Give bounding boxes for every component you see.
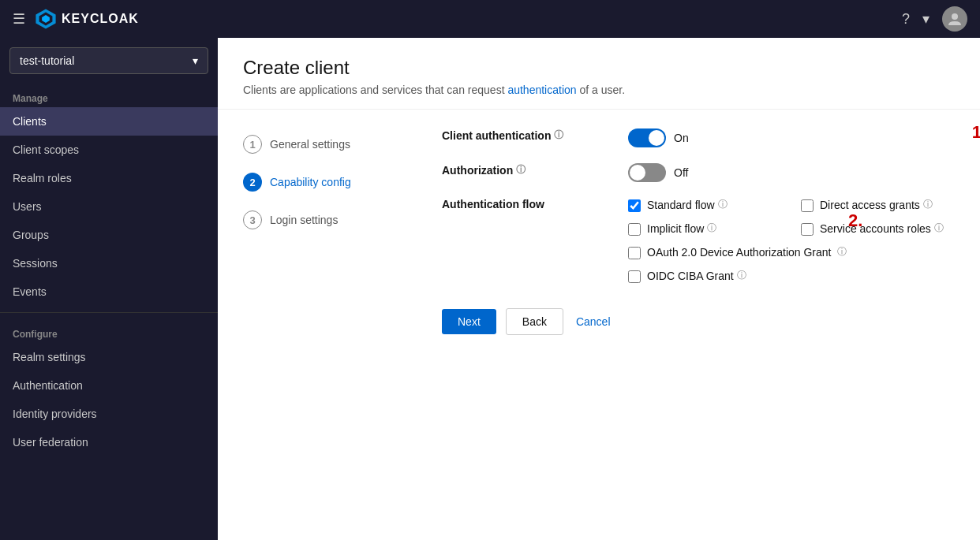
oidc-ciba-checkbox[interactable] — [628, 270, 641, 283]
button-row: Next Back Cancel — [442, 308, 955, 335]
client-authentication-toggle-row: On 1. — [628, 128, 955, 147]
oauth2-device-label[interactable]: OAuth 2.0 Device Authorization Grant ⓘ — [647, 245, 847, 259]
oauth2-device-help-icon[interactable]: ⓘ — [837, 245, 847, 259]
step-1-number: 1 — [243, 135, 262, 154]
direct-access-help-icon[interactable]: ⓘ — [923, 198, 933, 211]
realm-dropdown-icon: ▾ — [193, 54, 198, 67]
client-authentication-state: On — [674, 132, 689, 144]
service-accounts-help-icon[interactable]: ⓘ — [934, 222, 944, 235]
sidebar-item-authentication[interactable]: Authentication — [0, 371, 218, 400]
service-accounts-item: Service accounts roles ⓘ — [801, 222, 955, 236]
standard-flow-help-icon[interactable]: ⓘ — [718, 198, 728, 211]
sidebar-item-identity-providers[interactable]: Identity providers — [0, 400, 218, 428]
client-authentication-row: Client authentication ⓘ On 1. — [442, 128, 955, 147]
sidebar-item-users[interactable]: Users — [0, 192, 218, 221]
logo: KEYCLOAK — [35, 8, 139, 30]
oidc-ciba-label[interactable]: OIDC CIBA Grant ⓘ — [647, 269, 746, 282]
direct-access-grants-checkbox[interactable] — [801, 199, 814, 212]
realm-selector[interactable]: test-tutorial ▾ — [9, 47, 208, 74]
authorization-toggle-row: Off — [628, 163, 955, 182]
annotation-1: 1. — [972, 122, 980, 143]
step-3[interactable]: 3 Login settings — [243, 204, 417, 236]
direct-access-grants-label[interactable]: Direct access grants ⓘ — [820, 198, 933, 211]
direct-access-grants-item: Direct access grants ⓘ 2. — [801, 198, 955, 212]
configure-section-label: Configure — [0, 319, 218, 343]
standard-flow-checkbox[interactable] — [628, 199, 641, 212]
oauth2-device-item: OAuth 2.0 Device Authorization Grant ⓘ — [628, 245, 955, 259]
oauth2-device-checkbox[interactable] — [628, 247, 641, 259]
svg-point-3 — [952, 13, 958, 20]
keycloak-logo-icon — [35, 8, 57, 30]
sidebar-item-realm-settings[interactable]: Realm settings — [0, 343, 218, 371]
step-1[interactable]: 1 General settings — [243, 128, 417, 160]
step-1-label: General settings — [270, 138, 350, 151]
help-icon[interactable]: ? — [902, 11, 910, 28]
authorization-help-icon[interactable]: ⓘ — [516, 163, 526, 177]
authentication-flow-options: Standard flow ⓘ Direct access grants — [628, 198, 955, 283]
authorization-row: Authorization ⓘ Off — [442, 163, 955, 182]
sidebar-item-clients-label: Clients — [13, 115, 47, 128]
dropdown-icon[interactable]: ▾ — [922, 10, 930, 28]
implicit-flow-checkbox[interactable] — [628, 223, 641, 236]
step-2[interactable]: 2 Capability config — [243, 166, 417, 198]
authorization-state: Off — [674, 166, 688, 179]
implicit-flow-item: Implicit flow ⓘ — [628, 222, 782, 236]
user-avatar[interactable] — [942, 6, 967, 32]
logo-text: KEYCLOAK — [62, 12, 139, 26]
client-authentication-toggle[interactable] — [628, 128, 666, 147]
implicit-flow-label[interactable]: Implicit flow ⓘ — [647, 222, 716, 235]
page-title: Create client — [243, 57, 955, 79]
content-body: 1 General settings 2 Capability config 3… — [218, 110, 980, 540]
stepper: 1 General settings 2 Capability config 3… — [243, 128, 417, 236]
annotation-2: 2. — [848, 210, 862, 231]
menu-icon[interactable]: ☰ — [13, 10, 25, 28]
back-button[interactable]: Back — [506, 308, 563, 335]
manage-section-label: Manage — [0, 84, 218, 107]
service-accounts-label[interactable]: Service accounts roles ⓘ — [820, 222, 944, 235]
authentication-link[interactable]: authentication — [507, 84, 576, 96]
service-accounts-checkbox[interactable] — [801, 223, 814, 236]
step-3-label: Login settings — [270, 214, 338, 226]
step-3-number: 3 — [243, 210, 262, 229]
realm-name: test-tutorial — [20, 54, 74, 67]
sidebar-item-sessions[interactable]: Sessions — [0, 249, 218, 277]
sidebar: test-tutorial ▾ Manage Clients Client sc… — [0, 38, 218, 540]
cancel-button[interactable]: Cancel — [573, 309, 614, 334]
content-header: Create client Clients are applications a… — [218, 38, 980, 110]
page-subtitle: Clients are applications and services th… — [243, 84, 955, 96]
top-navigation: ☰ KEYCLOAK ? ▾ — [0, 0, 980, 38]
sidebar-item-client-scopes[interactable]: Client scopes — [0, 136, 218, 164]
next-button[interactable]: Next — [442, 309, 496, 334]
sidebar-item-realm-roles[interactable]: Realm roles — [0, 164, 218, 192]
implicit-flow-help-icon[interactable]: ⓘ — [707, 222, 716, 235]
sidebar-item-clients[interactable]: Clients — [0, 107, 218, 136]
client-authentication-label: Client authentication ⓘ — [442, 128, 615, 142]
standard-flow-label[interactable]: Standard flow ⓘ — [647, 198, 728, 211]
client-auth-help-icon[interactable]: ⓘ — [554, 128, 563, 142]
steps-column: 1 General settings 2 Capability config 3… — [243, 128, 417, 335]
sidebar-item-events[interactable]: Events — [0, 277, 218, 306]
fields-column: Client authentication ⓘ On 1. — [442, 128, 955, 335]
authentication-flow-label: Authentication flow — [442, 198, 615, 210]
authentication-flow-row: Authentication flow Standard flow — [442, 198, 955, 283]
sidebar-item-user-federation[interactable]: User federation — [0, 428, 218, 456]
oidc-ciba-item: OIDC CIBA Grant ⓘ — [628, 269, 955, 283]
authorization-toggle[interactable] — [628, 163, 666, 182]
step-2-label: Capability config — [270, 176, 351, 188]
main-content: Create client Clients are applications a… — [218, 38, 980, 540]
sidebar-divider — [0, 312, 218, 313]
standard-flow-item: Standard flow ⓘ — [628, 198, 782, 212]
authorization-label: Authorization ⓘ — [442, 163, 615, 177]
oidc-ciba-help-icon[interactable]: ⓘ — [737, 269, 746, 282]
sidebar-item-groups[interactable]: Groups — [0, 221, 218, 249]
step-2-number: 2 — [243, 173, 262, 192]
